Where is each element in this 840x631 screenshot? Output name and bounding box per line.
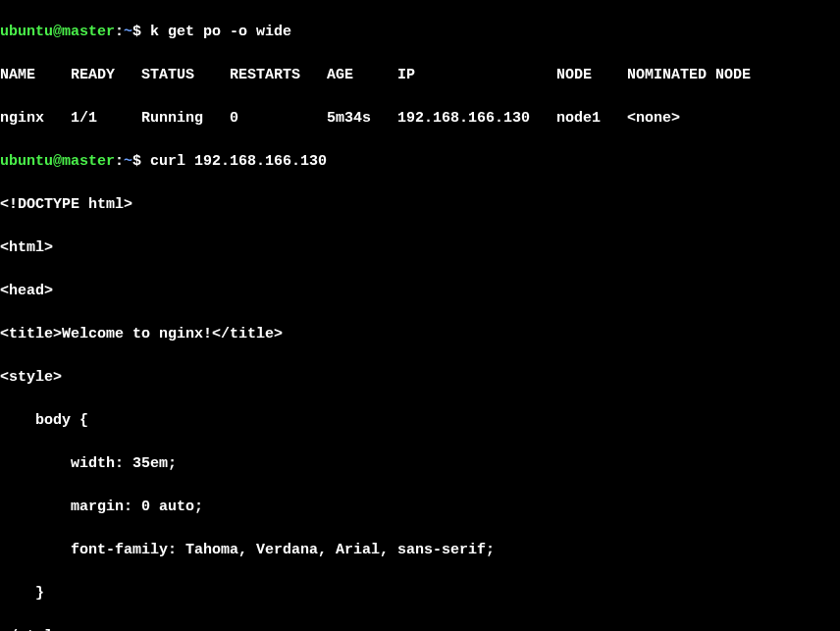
prompt-colon: : — [115, 24, 124, 40]
curl-output: width: 35em; — [0, 453, 840, 475]
prompt-dollar: $ — [132, 24, 150, 40]
prompt-at: @ — [53, 24, 62, 40]
command-kubectl: k get po -o wide — [150, 24, 291, 40]
curl-output: } — [0, 583, 840, 605]
curl-output: <title>Welcome to nginx!</title> — [0, 324, 840, 345]
curl-output: body { — [0, 410, 840, 432]
curl-output: font-family: Tahoma, Verdana, Arial, san… — [0, 540, 840, 561]
curl-output: </style> — [0, 626, 840, 631]
curl-output: <html> — [0, 237, 840, 259]
table-row: nginx 1/1 Running 0 5m34s 192.168.166.13… — [0, 108, 840, 130]
prompt-path: ~ — [124, 153, 132, 170]
prompt-host: master — [62, 153, 115, 170]
prompt-at: @ — [53, 153, 62, 170]
curl-output: <head> — [0, 281, 840, 302]
curl-output: margin: 0 auto; — [0, 497, 840, 518]
terminal-output[interactable]: ubuntu@master:~$ k get po -o wide NAME R… — [0, 0, 840, 631]
prompt-user: ubuntu — [0, 24, 53, 40]
prompt-host: master — [62, 24, 115, 40]
curl-output: <!DOCTYPE html> — [0, 194, 840, 216]
curl-output: <style> — [0, 367, 840, 389]
prompt-colon: : — [115, 153, 124, 170]
command-curl: curl 192.168.166.130 — [150, 153, 327, 170]
prompt-path: ~ — [124, 24, 132, 40]
table-header: NAME READY STATUS RESTARTS AGE IP NODE N… — [0, 65, 840, 86]
prompt-line-1: ubuntu@master:~$ k get po -o wide — [0, 22, 840, 43]
prompt-dollar: $ — [132, 153, 150, 170]
prompt-line-2: ubuntu@master:~$ curl 192.168.166.130 — [0, 151, 840, 173]
prompt-user: ubuntu — [0, 153, 53, 170]
